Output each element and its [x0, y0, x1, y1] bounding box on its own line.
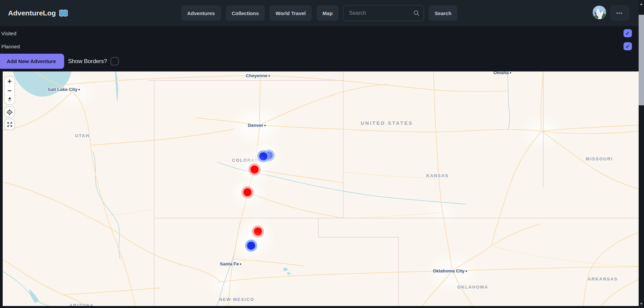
add-new-adventure-button[interactable]: Add New Adventure — [0, 54, 64, 69]
main-nav: AdventuresCollectionsWorld TravelMap Sea… — [181, 5, 457, 21]
navbar: AdventureLog AdventuresCollectionsWorld … — [0, 0, 639, 26]
visited-filter-row: Visited ✓ — [0, 29, 639, 38]
zoom-in-button[interactable] — [5, 77, 14, 86]
scrollbar-thumb[interactable] — [639, 15, 644, 105]
zoom-out-button[interactable] — [5, 86, 14, 95]
planned-label: Planned — [1, 44, 20, 49]
visited-marker-core — [254, 227, 262, 236]
scrollbar-down-arrow-icon[interactable] — [640, 303, 643, 305]
nav-item-adventures[interactable]: Adventures — [181, 5, 221, 21]
geolocate-button[interactable] — [5, 107, 14, 117]
nav-item-collections[interactable]: Collections — [226, 5, 265, 21]
planned-marker-core — [247, 242, 255, 250]
search-input[interactable] — [343, 5, 424, 21]
nav-item-map[interactable]: Map — [317, 5, 339, 21]
planned-adventure-marker[interactable] — [257, 150, 269, 162]
scrollbar-up-arrow-icon[interactable] — [640, 3, 643, 5]
avatar[interactable] — [592, 5, 606, 19]
visited-marker-core — [250, 165, 259, 173]
overflow-menu-button[interactable]: ••• — [610, 5, 629, 21]
show-borders-checkbox[interactable] — [110, 57, 119, 65]
map-base-layer — [3, 71, 639, 306]
zoom-control-group — [5, 77, 14, 104]
planned-filter-row: Planned ✓ — [0, 42, 639, 51]
compass-button[interactable] — [5, 95, 14, 104]
planned-checkbox[interactable]: ✓ — [624, 42, 632, 50]
visited-label: Visited — [1, 31, 16, 36]
search-button[interactable]: Search — [429, 5, 458, 21]
nav-item-world-travel[interactable]: World Travel — [270, 5, 312, 21]
geolocate-control — [5, 107, 14, 117]
app-title: AdventureLog — [8, 9, 56, 17]
world-map-emoji-icon — [59, 9, 68, 17]
action-row: Add New Adventure Show Borders? — [0, 54, 119, 69]
page-scrollbar[interactable] — [639, 0, 644, 308]
show-borders-label: Show Borders? — [68, 58, 107, 65]
planned-adventure-marker[interactable] — [245, 240, 257, 252]
fullscreen-control — [5, 119, 14, 130]
map-canvas[interactable]: UNITED STATESUTAHCOLORADOKANSASMISSOURIN… — [3, 71, 639, 306]
visited-adventure-marker[interactable] — [252, 225, 264, 238]
planned-marker-core — [259, 152, 267, 160]
search-wrap — [343, 5, 424, 21]
fullscreen-button[interactable] — [5, 119, 14, 130]
visited-checkbox[interactable]: ✓ — [624, 29, 632, 37]
visited-adventure-marker[interactable] — [248, 163, 261, 175]
app-logo: AdventureLog — [8, 9, 68, 17]
visited-marker-core — [243, 188, 251, 196]
visited-adventure-marker[interactable] — [241, 186, 254, 198]
search-icon — [413, 10, 420, 16]
